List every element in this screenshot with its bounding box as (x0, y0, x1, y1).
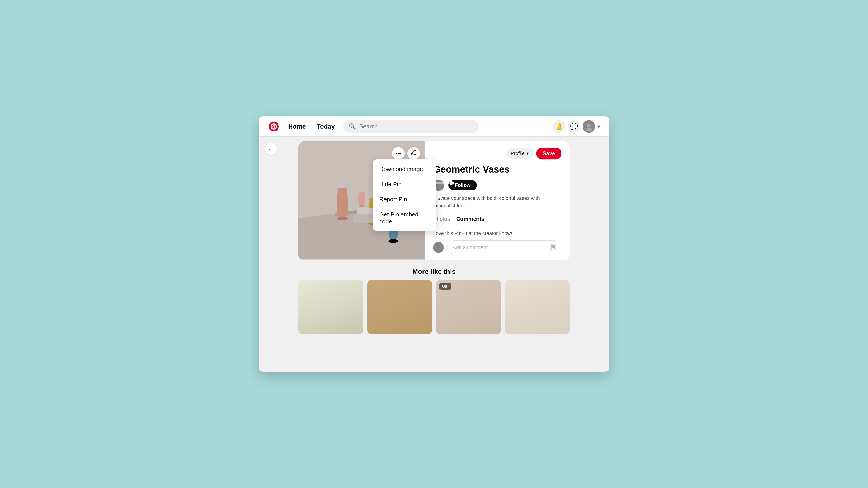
svg-point-9 (359, 205, 365, 207)
pin-info-toolbar: Profile ▾ Save (433, 148, 561, 159)
pin-title: Geometric Vases (433, 164, 561, 175)
svg-point-7 (337, 217, 348, 220)
follow-row: Follow (433, 180, 561, 191)
share-button[interactable] (407, 147, 420, 160)
comments-prompt: Love this Pin? Let the creator know! (433, 230, 561, 236)
list-item[interactable]: GIF (436, 280, 501, 334)
bell-icon: 🔔 (555, 123, 563, 130)
messages-button[interactable]: 💬 (567, 120, 580, 133)
svg-point-2 (586, 128, 592, 131)
follow-button[interactable]: Follow (448, 180, 477, 191)
dropdown-menu: Download image Hide Pin Report Pin Get P… (373, 159, 436, 231)
comment-placeholder: Add a comment (453, 245, 488, 250)
emoji-icon: 🖼 (550, 244, 556, 251)
search-icon: 🔍 (349, 123, 356, 130)
profile-label: Profile (510, 151, 525, 156)
list-item[interactable] (367, 280, 432, 334)
svg-point-13 (388, 239, 398, 243)
svg-point-0 (269, 122, 279, 131)
comment-input-row: Add a comment 🖼 (433, 240, 561, 254)
more-like-this-section: More like this GIF (298, 268, 569, 334)
report-pin-item[interactable]: Report Pin (373, 192, 436, 207)
svg-point-1 (587, 124, 591, 127)
pin-card: ••• (298, 141, 569, 260)
embed-pin-item[interactable]: Get Pin embed code (373, 207, 436, 229)
nav-home[interactable]: Home (286, 121, 308, 132)
back-button[interactable]: ← (265, 143, 277, 155)
nav-icons: 🔔 💬 ▾ (553, 120, 600, 133)
more-dots-icon: ••• (396, 151, 401, 156)
chat-icon: 💬 (570, 123, 578, 130)
chevron-down-icon[interactable]: ▾ (597, 123, 600, 130)
list-item[interactable] (505, 280, 570, 334)
pin-info-side: Profile ▾ Save Geometric Vases Follow El… (425, 141, 569, 260)
pinterest-logo[interactable] (268, 121, 280, 132)
more-grid: GIF (298, 280, 569, 334)
main-content: ← (259, 137, 609, 372)
tab-comments[interactable]: Comments (456, 216, 485, 225)
pin-description: Elevate your space with bold, colorful v… (433, 195, 561, 209)
back-arrow-icon: ← (268, 145, 274, 153)
pin-toolbar-right: ••• (392, 147, 420, 160)
search-bar[interactable]: 🔍 (343, 120, 479, 133)
download-image-item[interactable]: Download image (373, 162, 436, 177)
svg-rect-21 (414, 154, 416, 156)
gif-badge: GIF (439, 283, 452, 290)
search-input[interactable] (359, 123, 473, 130)
pin-toolbar: ••• (298, 147, 425, 160)
svg-rect-20 (414, 150, 416, 151)
profile-button[interactable]: Profile ▾ (506, 148, 533, 159)
chevron-down-icon: ▾ (526, 151, 529, 156)
user-comment-avatar (433, 242, 444, 253)
nav-today[interactable]: Today (314, 121, 337, 132)
save-button[interactable]: Save (536, 148, 561, 159)
tabs-row: Photos Comments (433, 216, 561, 225)
more-options-button[interactable]: ••• (392, 147, 405, 160)
share-icon (411, 150, 416, 157)
nav-bar: Home Today 🔍 🔔 💬 ▾ (259, 116, 609, 137)
more-section-title: More like this (298, 268, 569, 275)
user-avatar[interactable] (583, 120, 595, 133)
comment-input-field[interactable]: Add a comment 🖼 (447, 240, 561, 254)
list-item[interactable] (298, 280, 363, 334)
hide-pin-item[interactable]: Hide Pin (373, 177, 436, 192)
pin-image-side: ••• (298, 141, 425, 260)
notifications-button[interactable]: 🔔 (553, 120, 565, 133)
